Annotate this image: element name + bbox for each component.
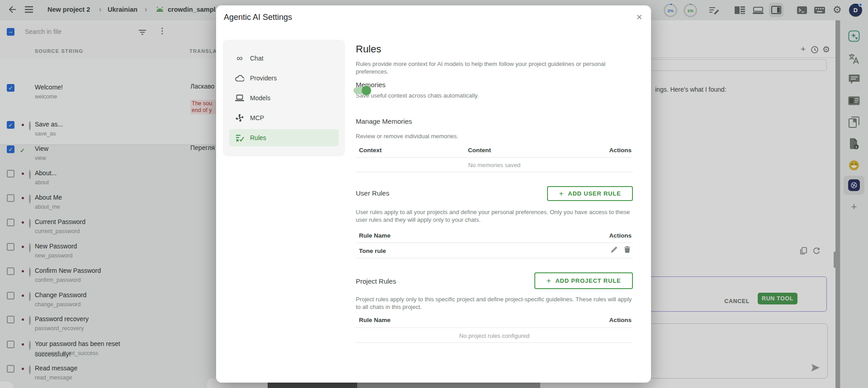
laptop-icon <box>235 94 244 102</box>
nav-item-label: MCP <box>250 114 264 122</box>
plus-icon: + <box>547 276 552 285</box>
rules-icon <box>235 134 244 142</box>
plus-icon: + <box>559 189 564 198</box>
divider <box>356 157 633 158</box>
delete-trash-icon[interactable] <box>624 246 630 253</box>
user-rules-heading: User Rules <box>356 189 389 197</box>
user-rules-description: User rules apply to all your projects an… <box>356 209 633 224</box>
divider <box>356 172 633 172</box>
column-header-rule-name: Rule Name <box>359 317 391 323</box>
column-header-actions: Actions <box>609 232 632 239</box>
divider <box>356 327 633 328</box>
memories-description: Save useful context across chats automat… <box>356 92 479 100</box>
modal-nav-item-rules[interactable]: Rules <box>229 129 339 146</box>
nav-item-label: Rules <box>250 134 266 141</box>
modal-nav-item-chat[interactable]: ∞Chat <box>229 50 339 67</box>
column-header-rule-name: Rule Name <box>359 232 391 239</box>
divider <box>356 342 633 343</box>
memories-empty-state: No memories saved <box>356 162 633 168</box>
modal-nav-item-models[interactable]: Models <box>229 89 339 107</box>
agentic-ai-settings-modal: Agentic AI Settings ✕ ∞ChatProvidersMode… <box>216 5 651 383</box>
divider <box>356 243 633 243</box>
nav-item-label: Chat <box>250 55 264 62</box>
rule-row-name: Tone rule <box>359 248 386 254</box>
chat-icon: ∞ <box>235 54 244 62</box>
column-header-actions: Actions <box>609 147 632 154</box>
puzzle-icon <box>235 114 244 122</box>
rule-row-actions <box>611 246 630 253</box>
manage-memories-heading: Manage Memories <box>356 117 412 125</box>
project-rules-heading: Project Rules <box>356 277 396 285</box>
column-header-context: Context <box>359 147 382 154</box>
column-header-actions: Actions <box>609 317 632 323</box>
modal-nav: ∞ChatProvidersModelsMCPRules <box>223 40 345 156</box>
nav-item-label: Providers <box>250 75 277 82</box>
memories-toggle[interactable] <box>354 87 371 94</box>
modal-title: Agentic AI Settings <box>224 13 292 22</box>
project-rules-description: Project rules apply only to this specifi… <box>356 296 633 311</box>
add-project-rule-button[interactable]: +ADD PROJECT RULE <box>534 272 633 289</box>
page-title: Rules <box>356 43 381 55</box>
modal-nav-item-providers[interactable]: Providers <box>229 70 339 87</box>
page-description: Rules provide more context for AI models… <box>356 61 633 75</box>
cloud-icon <box>235 74 244 82</box>
divider <box>356 258 633 258</box>
project-rules-empty-state: No project rules configured <box>356 332 633 339</box>
manage-memories-description: Review or remove individual memories. <box>356 133 458 140</box>
column-header-content: Content <box>468 147 491 154</box>
toggle-knob <box>362 86 371 95</box>
edit-pencil-icon[interactable] <box>611 246 618 253</box>
nav-item-label: Models <box>250 94 270 102</box>
modal-nav-item-mcp[interactable]: MCP <box>229 109 339 126</box>
add-user-rule-button[interactable]: +ADD USER RULE <box>547 186 633 201</box>
rules-content: Rules Rules provide more context for AI … <box>356 5 633 383</box>
close-icon[interactable]: ✕ <box>633 11 645 23</box>
